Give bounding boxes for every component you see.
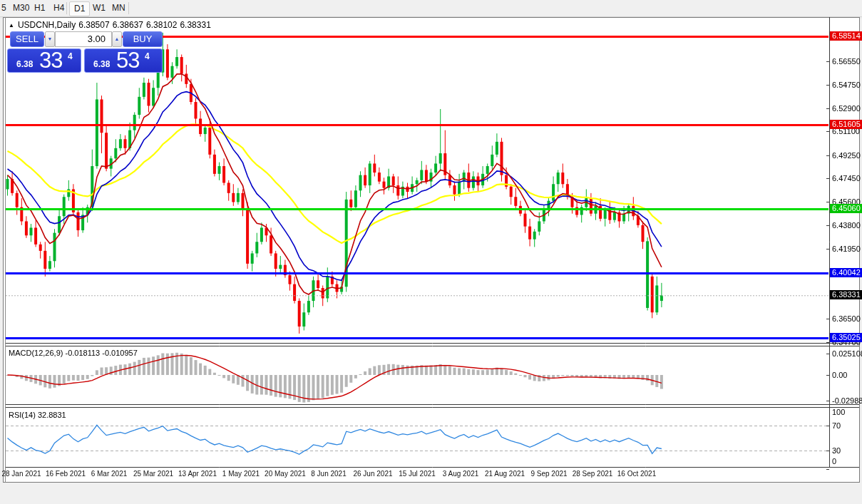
toolbar-separator <box>66 2 67 14</box>
mt4-window: 5 M30 H1 H4 D1 W1 MN ▲USDCNH,Daily6.3850… <box>0 0 862 504</box>
spread-decrease-button[interactable]: ▼ <box>45 31 55 47</box>
sell-button[interactable]: SELL <box>10 31 44 47</box>
buy-price-big: 53 <box>116 48 139 73</box>
volume-input[interactable]: 3.00 <box>55 31 112 47</box>
timeframe-w1-button[interactable]: W1 <box>88 1 110 15</box>
sell-price-prefix: 6.38 <box>16 59 33 69</box>
buy-button[interactable]: BUY <box>123 31 163 47</box>
sell-price-sup: 4 <box>68 51 73 61</box>
buy-price-box[interactable]: 6.38 53 4 <box>84 48 163 73</box>
timeframe-toolbar: 5 M30 H1 H4 D1 W1 MN <box>0 0 862 17</box>
sell-price-big: 33 <box>39 48 62 73</box>
chart-canvas[interactable] <box>0 0 862 504</box>
timeframe-d1-button[interactable]: D1 <box>69 1 90 16</box>
timeframe-h1-button[interactable]: H1 <box>30 1 49 15</box>
sell-price-box[interactable]: 6.38 33 4 <box>7 48 81 73</box>
buy-price-prefix: 6.38 <box>93 59 110 69</box>
spread-increase-button[interactable]: ▲ <box>112 31 122 47</box>
buy-price-sup: 4 <box>145 51 150 61</box>
toolbar-separator <box>128 2 129 14</box>
timeframe-mn-button[interactable]: MN <box>108 1 130 15</box>
